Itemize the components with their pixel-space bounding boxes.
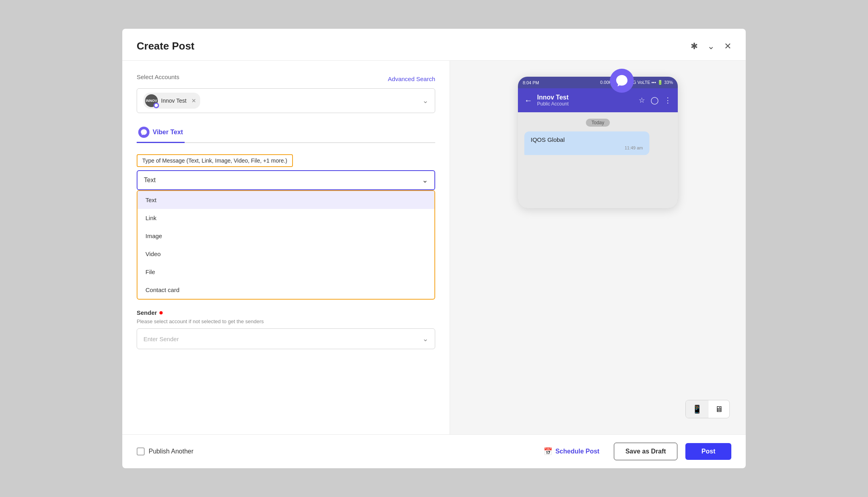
publish-another-row: Publish Another (137, 447, 193, 455)
chat-bubble-text: IQOS Global (531, 136, 643, 143)
dropdown-item-video[interactable]: Video (137, 245, 434, 263)
modal-header: Create Post ✱ ⌄ ✕ (122, 29, 746, 61)
chat-bubble-time: 11:49 am (531, 145, 643, 150)
dropdown-item-contact-card[interactable]: Contact card (137, 281, 434, 299)
remove-account-button[interactable]: ✕ (191, 97, 196, 104)
accounts-chevron-icon: ⌄ (422, 96, 428, 105)
sender-label-row: Sender (137, 309, 435, 316)
tab-viber-text-label: Viber Text (153, 129, 183, 136)
sender-placeholder: Enter Sender (143, 336, 179, 342)
dropdown-item-file[interactable]: File (137, 263, 434, 281)
sender-chevron-icon: ⌄ (422, 334, 428, 343)
phone-account-name: Innov Test (537, 94, 634, 101)
phone-account-info: Innov Test Public Account (537, 94, 634, 107)
chat-bubble: IQOS Global 11:49 am (524, 131, 649, 155)
dropdown-item-text[interactable]: Text (137, 191, 434, 209)
left-panel: Select Accounts Advanced Search INNOV In… (122, 61, 450, 434)
close-icon[interactable]: ✕ (724, 41, 731, 52)
viber-call-icon[interactable]: ◯ (651, 96, 659, 105)
message-type-chevron-icon: ⌄ (422, 176, 428, 185)
schedule-post-button[interactable]: 📅 Schedule Post (537, 443, 606, 460)
sender-hint: Please select account if not selected to… (137, 318, 435, 324)
save-draft-button[interactable]: Save as Draft (614, 443, 677, 460)
calendar-icon: 📅 (543, 447, 552, 456)
phone-header-icons: ☆ ◯ ⋮ (639, 96, 671, 105)
avatar-initials: INNOV (146, 99, 157, 103)
sender-required-dot (159, 311, 163, 314)
avatar: INNOV (145, 94, 158, 107)
chevron-down-icon[interactable]: ⌄ (707, 41, 715, 52)
sender-input-box[interactable]: Enter Sender ⌄ (137, 328, 435, 349)
modal-title: Create Post (137, 40, 195, 52)
asterisk-icon[interactable]: ✱ (691, 41, 698, 52)
modal-footer: Publish Another 📅 Schedule Post Save as … (122, 434, 746, 468)
phone-chat-header: ← Innov Test Public Account ☆ ◯ ⋮ (518, 88, 678, 112)
viber-circle (610, 69, 634, 93)
phone-preview: 8:04 PM 0.00K/s ⌚ ⦁ ▪▪ 4G VoLTE ▪▪▪ 🔋 33… (518, 77, 678, 208)
share-icon[interactable]: ☆ (639, 96, 645, 105)
type-of-message-label: Type of Message (Text, Link, Image, Vide… (137, 154, 293, 167)
modal-header-icons: ✱ ⌄ ✕ (691, 41, 731, 52)
account-name: Innov Test (161, 97, 187, 104)
message-type-select[interactable]: Text ⌄ (137, 170, 435, 190)
viber-tab-icon (138, 127, 149, 138)
phone-account-sub: Public Account (537, 101, 634, 107)
chat-date-badge: Today (524, 119, 671, 126)
modal-overlay: Create Post ✱ ⌄ ✕ Select Accounts Advanc… (0, 0, 868, 497)
phone-status-bar: 8:04 PM 0.00K/s ⌚ ⦁ ▪▪ 4G VoLTE ▪▪▪ 🔋 33… (518, 77, 678, 88)
device-toggle: 📱 🖥 (685, 400, 730, 418)
mobile-view-button[interactable]: 📱 (686, 400, 709, 418)
schedule-post-label: Schedule Post (555, 448, 599, 455)
dropdown-item-image[interactable]: Image (137, 227, 434, 245)
status-time: 8:04 PM (523, 80, 539, 85)
tab-bar: Viber Text (137, 123, 435, 143)
sender-label: Sender (137, 309, 157, 316)
phone-chat-area: Today IQOS Global 11:49 am (518, 112, 678, 208)
dropdown-item-link[interactable]: Link (137, 209, 434, 227)
sender-section: Sender Please select account if not sele… (137, 309, 435, 349)
more-options-icon[interactable]: ⋮ (664, 96, 671, 105)
right-panel: 8:04 PM 0.00K/s ⌚ ⦁ ▪▪ 4G VoLTE ▪▪▪ 🔋 33… (450, 61, 746, 434)
chat-date-label: Today (586, 119, 610, 127)
type-of-message-field: Type of Message (Text, Link, Image, Vide… (137, 154, 435, 300)
select-accounts-header: Select Accounts Advanced Search (137, 74, 435, 84)
create-post-modal: Create Post ✱ ⌄ ✕ Select Accounts Advanc… (122, 29, 746, 468)
message-type-dropdown: Text Link Image Video File Contact card (137, 190, 435, 300)
publish-another-label: Publish Another (149, 448, 193, 455)
selected-message-type: Text (144, 177, 155, 184)
viber-badge-icon (153, 103, 159, 108)
desktop-view-button[interactable]: 🖥 (709, 400, 729, 418)
viber-top-icon (610, 69, 634, 93)
account-select-box[interactable]: INNOV Innov Test ✕ ⌄ (137, 88, 435, 113)
modal-body: Select Accounts Advanced Search INNOV In… (122, 61, 746, 434)
phone-back-icon[interactable]: ← (524, 96, 532, 105)
publish-another-checkbox[interactable] (137, 447, 145, 455)
advanced-search-link[interactable]: Advanced Search (388, 76, 435, 82)
account-tag: INNOV Innov Test ✕ (143, 93, 200, 109)
select-accounts-label: Select Accounts (137, 74, 179, 80)
post-button[interactable]: Post (685, 443, 731, 460)
tab-viber-text[interactable]: Viber Text (137, 123, 185, 143)
